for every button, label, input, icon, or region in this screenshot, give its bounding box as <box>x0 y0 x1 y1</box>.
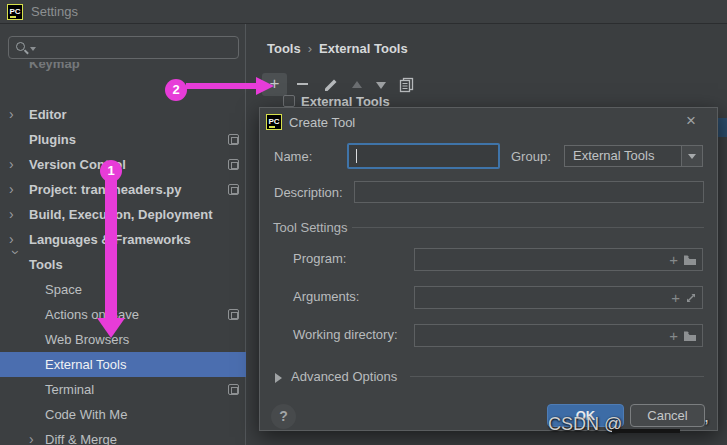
browse-folder-icon[interactable] <box>683 330 697 342</box>
arrow-up-icon <box>352 81 362 88</box>
working-directory-input[interactable] <box>415 325 702 346</box>
scope-indicator-icon <box>228 384 239 395</box>
program-label: Program: <box>293 251 346 266</box>
pencil-icon <box>323 77 339 93</box>
text-caret <box>356 149 357 163</box>
arrow-down-icon <box>376 82 386 89</box>
tool-settings-section-title: Tool Settings <box>273 220 347 235</box>
working-directory-label: Working directory: <box>293 327 398 342</box>
group-select[interactable]: External Tools <box>564 145 703 167</box>
pycharm-logo-icon: PC <box>266 114 282 130</box>
chevron-right-icon[interactable]: › <box>9 202 23 227</box>
scope-indicator-icon <box>228 159 239 170</box>
move-up-button[interactable] <box>344 73 369 96</box>
move-down-button[interactable] <box>368 73 393 96</box>
name-field[interactable] <box>347 143 500 169</box>
sidebar-item-diff-merge[interactable]: › Diff & Merge <box>0 427 246 445</box>
breadcrumb-external-tools: External Tools <box>319 41 408 56</box>
group-selected-value: External Tools <box>573 146 654 166</box>
sidebar-item-plugins[interactable]: Plugins <box>0 127 246 152</box>
search-input[interactable] <box>8 36 239 59</box>
question-icon: ? <box>279 408 288 424</box>
name-label: Name: <box>274 149 312 164</box>
checkbox[interactable] <box>283 95 295 107</box>
group-label: Group: <box>511 149 551 164</box>
breadcrumb-separator: › <box>308 41 312 56</box>
sidebar-item-editor[interactable]: › Editor <box>0 102 246 127</box>
insert-macro-icon[interactable]: + <box>669 328 678 344</box>
chevron-right-icon[interactable]: › <box>9 102 23 127</box>
sidebar-item-terminal[interactable]: Terminal <box>0 377 246 402</box>
scope-indicator-icon <box>228 309 239 320</box>
cancel-button[interactable]: Cancel <box>630 404 705 427</box>
scope-indicator-icon <box>228 184 239 195</box>
remove-tool-button[interactable] <box>290 73 315 96</box>
watermark-redaction <box>612 429 680 433</box>
tree-row-external-tools-group[interactable]: External Tools <box>276 94 576 107</box>
chevron-down-icon[interactable]: › <box>3 250 28 264</box>
advanced-options-toggle[interactable]: Advanced Options <box>291 369 397 384</box>
arguments-field[interactable]: + <box>414 286 703 309</box>
breadcrumb-tools[interactable]: Tools <box>267 41 301 56</box>
minus-icon <box>297 83 308 85</box>
close-icon: × <box>686 111 696 130</box>
search-options-chevron-icon[interactable] <box>30 47 36 51</box>
description-label: Description: <box>274 185 343 200</box>
step-badge-2: 2 <box>165 79 187 101</box>
pycharm-logo-icon: PC <box>7 4 23 20</box>
duplicate-tool-button[interactable] <box>394 73 419 96</box>
insert-macro-icon[interactable]: + <box>671 290 680 306</box>
scope-indicator-icon <box>228 134 239 145</box>
arguments-label: Arguments: <box>293 289 359 304</box>
group-dropdown-button[interactable] <box>681 146 702 166</box>
section-divider <box>352 227 704 228</box>
working-directory-field[interactable]: + <box>414 324 703 347</box>
breadcrumb: Tools›External Tools <box>267 41 408 56</box>
program-input[interactable] <box>415 249 702 270</box>
chevron-right-icon[interactable]: › <box>9 177 23 202</box>
description-input[interactable] <box>355 182 703 202</box>
browse-folder-icon[interactable] <box>683 254 697 266</box>
partially-visible-item: Keymap <box>0 62 240 76</box>
window-title: Settings <box>31 4 78 19</box>
search-icon <box>16 42 25 51</box>
insert-macro-icon[interactable]: + <box>669 252 678 268</box>
chevron-right-icon[interactable]: › <box>29 427 43 445</box>
section-divider <box>410 376 704 377</box>
watermark-comma: , <box>704 406 709 427</box>
name-input[interactable] <box>349 145 498 167</box>
close-button[interactable]: × <box>679 110 703 132</box>
chevron-right-icon[interactable]: › <box>9 227 23 252</box>
description-field[interactable] <box>354 181 704 203</box>
settings-window-titlebar: PC Settings <box>0 0 727 24</box>
dialog-title: Create Tool <box>289 115 355 130</box>
program-field[interactable]: + <box>414 248 703 271</box>
sidebar-item-external-tools[interactable]: External Tools <box>0 352 246 377</box>
chevron-right-icon[interactable]: › <box>9 152 23 177</box>
triangle-right-icon[interactable] <box>275 373 282 383</box>
sidebar-item-code-with-me[interactable]: Code With Me <box>0 402 246 427</box>
step-badge-1: 1 <box>100 160 122 182</box>
sidebar-item-version-control[interactable]: › Version Control <box>0 152 246 177</box>
annotation-arrow-right <box>186 76 276 96</box>
copy-icon <box>399 77 415 93</box>
help-button[interactable]: ? <box>271 404 296 429</box>
arguments-input[interactable] <box>415 287 702 308</box>
selected-row-edge <box>718 118 727 137</box>
expand-icon[interactable] <box>685 292 697 304</box>
edit-tool-button[interactable] <box>318 73 343 96</box>
annotation-arrow-down <box>97 180 125 338</box>
create-tool-dialog: PC Create Tool × Name: Group: External T… <box>259 107 718 431</box>
chevron-down-icon <box>688 154 696 159</box>
